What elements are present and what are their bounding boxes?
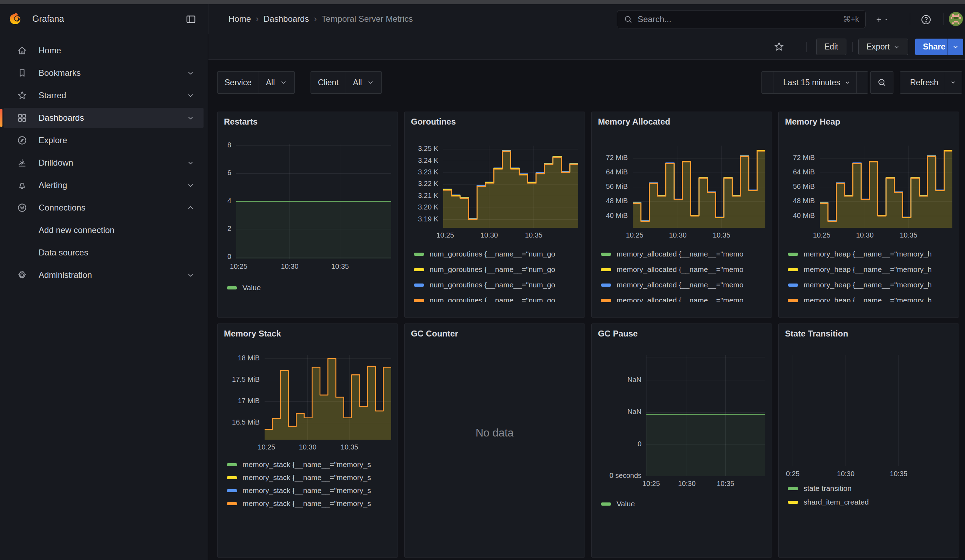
chevron-down-icon[interactable] <box>186 113 195 122</box>
panel-title[interactable]: GC Pause <box>598 329 638 339</box>
legend-item[interactable]: memory_allocated {__name__="memo <box>601 280 770 289</box>
drilldown-icon <box>17 158 27 168</box>
panel-title[interactable]: Goroutines <box>411 117 456 127</box>
grid-icon <box>17 113 27 123</box>
chart-plot[interactable]: NaNNaN00 seconds10:2510:3010:35 <box>646 355 765 476</box>
chart-plot[interactable]: 0:2510:3010:35 <box>792 355 952 466</box>
chart-plot[interactable]: 8642010:2510:3010:35 <box>236 144 391 259</box>
refresh-group: Refresh <box>900 71 962 94</box>
x-axis-tick: 10:25 <box>258 443 275 451</box>
refresh-interval-button[interactable] <box>944 72 962 93</box>
y-axis-tick: 56 MiB <box>592 183 628 191</box>
breadcrumb: Home › Dashboards › Temporal Server Metr… <box>229 14 413 24</box>
legend-item[interactable]: num_goroutines {__name__="num_go <box>414 250 582 259</box>
legend-item[interactable]: num_goroutines {__name__="num_go <box>414 296 582 302</box>
chart-plot[interactable]: 3.25 K3.24 K3.23 K3.22 K3.21 K3.20 K3.19… <box>443 145 578 228</box>
refresh-button[interactable]: Refresh <box>900 72 944 93</box>
zoom-out-button[interactable] <box>870 71 893 94</box>
time-shift-forward-button[interactable] <box>856 72 868 93</box>
panel-title[interactable]: Memory Stack <box>224 329 281 339</box>
chart-plot[interactable]: 18 MiB17.5 MiB17 MiB16.5 MiB10:2510:3010… <box>265 355 391 440</box>
legend-item[interactable]: Value <box>227 283 396 292</box>
legend-item[interactable]: num_goroutines {__name__="num_go <box>414 280 582 289</box>
legend-item[interactable]: memory_stack {__name__="memory_s <box>227 499 396 508</box>
favorite-star-icon[interactable] <box>774 41 785 52</box>
service-filter[interactable]: Service All <box>217 71 295 94</box>
chart-plot[interactable]: 72 MiB64 MiB56 MiB48 MiB40 MiB10:2510:30… <box>820 145 952 228</box>
help-icon[interactable] <box>920 13 933 26</box>
panel-title[interactable]: State Transition <box>785 329 848 339</box>
sidebar-item-alerting[interactable]: Alerting <box>3 175 203 196</box>
legend-item[interactable]: memory_heap {__name__="memory_h <box>788 265 957 274</box>
time-range-picker[interactable]: Last 15 minutes <box>773 72 856 93</box>
sidebar-item-data-sources[interactable]: Data sources <box>3 242 203 263</box>
legend-swatch <box>788 299 798 302</box>
service-filter-value[interactable]: All <box>258 72 295 93</box>
chevron-down-icon[interactable] <box>186 91 195 100</box>
app-title[interactable]: Grafana <box>32 14 64 24</box>
sidebar-item-label: Drilldown <box>39 158 74 168</box>
chevron-up-icon[interactable] <box>186 203 195 212</box>
legend-item[interactable]: memory_heap {__name__="memory_h <box>788 296 957 302</box>
panel-state-transition: State Transition0:2510:3010:35state tran… <box>778 323 959 558</box>
sidebar-item-add-new-connection[interactable]: Add new connection <box>3 220 203 240</box>
legend-item[interactable]: memory_stack {__name__="memory_s <box>227 460 396 469</box>
edit-button[interactable]: Edit <box>816 39 846 55</box>
sidebar-item-bookmarks[interactable]: Bookmarks <box>3 63 203 83</box>
panel-title[interactable]: Memory Allocated <box>598 117 670 127</box>
client-filter-value[interactable]: All <box>346 72 382 93</box>
user-avatar[interactable] <box>949 12 963 26</box>
panel-title[interactable]: GC Counter <box>411 329 458 339</box>
legend-swatch <box>601 253 611 256</box>
legend-item[interactable]: Value <box>601 499 770 508</box>
legend-item[interactable]: shard_item_created <box>788 498 957 507</box>
chart-legend: state transitionshard_item_created <box>788 484 957 511</box>
gear-icon <box>17 270 27 280</box>
chevron-down-icon[interactable] <box>186 271 195 280</box>
legend-label: memory_allocated {__name__="memo <box>617 250 744 258</box>
sidebar-item-label: Explore <box>39 136 67 145</box>
add-new-button[interactable] <box>875 13 888 26</box>
dashboard-canvas: Service All Client All <box>208 60 965 560</box>
breadcrumb-dashboards[interactable]: Dashboards <box>263 14 309 24</box>
legend-swatch <box>601 284 611 287</box>
legend-item[interactable]: num_goroutines {__name__="num_go <box>414 265 582 274</box>
legend-item[interactable]: memory_allocated {__name__="memo <box>601 250 770 259</box>
chevron-down-icon[interactable] <box>186 158 195 167</box>
grafana-logo-icon[interactable] <box>8 12 23 27</box>
client-filter[interactable]: Client All <box>311 71 382 94</box>
breadcrumb-home[interactable]: Home <box>229 14 251 24</box>
search-input[interactable]: Search... ⌘+k <box>617 10 866 28</box>
sidebar-item-starred[interactable]: Starred <box>3 85 203 106</box>
legend-item[interactable]: memory_allocated {__name__="memo <box>601 296 770 302</box>
sidebar-item-label: Alerting <box>39 180 67 190</box>
sidebar-item-drilldown[interactable]: Drilldown <box>3 153 203 173</box>
legend-item[interactable]: state transition <box>788 484 957 493</box>
chevron-down-icon[interactable] <box>186 69 195 78</box>
sidebar-toggle-icon[interactable] <box>185 14 196 25</box>
sidebar-item-label: Connections <box>39 203 85 213</box>
time-shift-back-button[interactable] <box>762 72 773 93</box>
chevron-down-icon[interactable] <box>186 181 195 190</box>
legend-item[interactable]: memory_allocated {__name__="memo <box>601 265 770 274</box>
search-icon <box>623 15 633 24</box>
panel-title[interactable]: Memory Heap <box>785 117 840 127</box>
legend-item[interactable]: memory_stack {__name__="memory_s <box>227 486 396 495</box>
sidebar-item-explore[interactable]: Explore <box>3 130 203 150</box>
export-button[interactable]: Export <box>858 39 908 55</box>
legend-item[interactable]: memory_stack {__name__="memory_s <box>227 473 396 482</box>
star-icon <box>17 90 27 101</box>
sidebar-item-home[interactable]: Home <box>3 40 203 61</box>
sidebar-item-administration[interactable]: Administration <box>3 265 203 285</box>
share-options-button[interactable] <box>947 39 963 55</box>
legend-item[interactable]: memory_heap {__name__="memory_h <box>788 250 957 259</box>
chart-plot[interactable]: 72 MiB64 MiB56 MiB48 MiB40 MiB10:2510:30… <box>633 145 765 228</box>
sidebar-item-connections[interactable]: Connections <box>3 198 203 218</box>
sidebar-item-dashboards[interactable]: Dashboards <box>3 108 203 128</box>
window-top-strip <box>0 0 965 4</box>
panel-title[interactable]: Restarts <box>224 117 258 127</box>
legend-label: memory_stack {__name__="memory_s <box>242 473 371 482</box>
dashboard-toolbar: Edit Export Share <box>208 34 965 60</box>
y-axis-tick: 6 <box>218 169 231 177</box>
legend-item[interactable]: memory_heap {__name__="memory_h <box>788 280 957 289</box>
